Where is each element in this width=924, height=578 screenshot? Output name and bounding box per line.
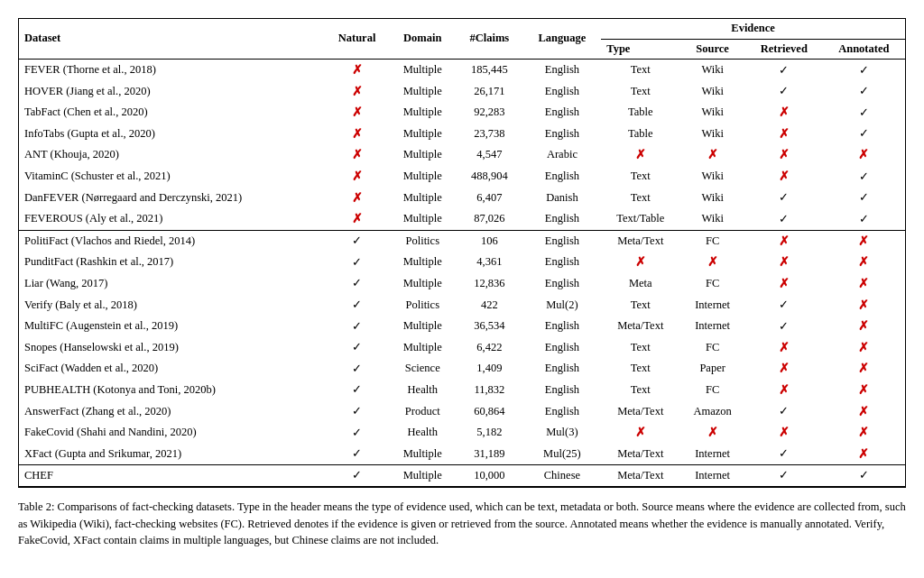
- cell-claims: 11,832: [456, 380, 523, 401]
- cell-retrieved: ✓: [745, 401, 823, 423]
- cell-domain: Politics: [389, 295, 456, 317]
- cell-natural: ✓: [325, 401, 390, 423]
- cell-natural: ✗: [325, 144, 390, 166]
- cell-domain: Multiple: [389, 81, 456, 103]
- cell-source: Wiki: [679, 81, 745, 103]
- cell-dataset: TabFact (Chen et al., 2020): [19, 102, 325, 124]
- cell-type: Meta/Text: [601, 316, 679, 337]
- cell-claims: 4,547: [456, 144, 523, 166]
- cell-type: Text: [601, 188, 679, 209]
- cell-dataset: VitaminC (Schuster et al., 2021): [19, 166, 325, 188]
- cell-source: Wiki: [679, 208, 745, 230]
- cell-natural: ✓: [325, 422, 390, 444]
- cell-type: Text: [601, 166, 679, 188]
- cell-language: English: [523, 102, 602, 124]
- cell-claims: 60,864: [456, 401, 523, 423]
- header-row-top: Dataset Natural Domain #Claims Language …: [19, 19, 905, 39]
- cell-type: Text: [601, 295, 679, 317]
- cell-retrieved: ✗: [745, 144, 823, 166]
- cell-natural: ✓: [325, 465, 390, 487]
- cell-language: Mul(2): [523, 295, 602, 317]
- cell-domain: Multiple: [389, 166, 456, 188]
- cell-type: Table: [601, 124, 679, 145]
- cell-retrieved: ✓: [745, 295, 823, 317]
- cell-source: ✗: [679, 144, 745, 166]
- cell-annotated: ✗: [823, 337, 905, 359]
- cell-retrieved: ✗: [745, 380, 823, 401]
- cell-claims: 26,171: [456, 81, 523, 103]
- table-row: TabFact (Chen et al., 2020)✗Multiple92,2…: [19, 102, 905, 124]
- table-row: SciFact (Wadden et al., 2020)✓Science1,4…: [19, 358, 905, 380]
- comparison-table: Dataset Natural Domain #Claims Language …: [19, 19, 905, 487]
- cell-annotated: ✗: [823, 295, 905, 317]
- cell-claims: 12,836: [456, 273, 523, 295]
- cell-language: Danish: [523, 188, 602, 209]
- cell-annotated: ✗: [823, 144, 905, 166]
- table-row: PUBHEALTH (Kotonya and Toni, 2020b)✓Heal…: [19, 380, 905, 401]
- cell-dataset: FEVER (Thorne et al., 2018): [19, 60, 325, 81]
- cell-retrieved: ✗: [745, 166, 823, 188]
- cell-natural: ✓: [325, 380, 390, 401]
- cell-natural: ✓: [325, 444, 390, 465]
- table-row: PolitiFact (Vlachos and Riedel, 2014)✓Po…: [19, 230, 905, 252]
- table-row: VitaminC (Schuster et al., 2021)✗Multipl…: [19, 166, 905, 188]
- cell-dataset: Verify (Baly et al., 2018): [19, 295, 325, 317]
- cell-dataset: InfoTabs (Gupta et al., 2020): [19, 124, 325, 145]
- cell-dataset: FEVEROUS (Aly et al., 2021): [19, 208, 325, 230]
- cell-claims: 488,904: [456, 166, 523, 188]
- cell-retrieved: ✗: [745, 422, 823, 444]
- cell-annotated: ✗: [823, 401, 905, 423]
- cell-language: English: [523, 358, 602, 380]
- cell-type: Meta/Text: [601, 465, 679, 487]
- cell-retrieved: ✗: [745, 252, 823, 273]
- cell-retrieved: ✓: [745, 316, 823, 337]
- cell-domain: Product: [389, 401, 456, 423]
- cell-dataset: MultiFC (Augenstein et al., 2019): [19, 316, 325, 337]
- cell-dataset: Snopes (Hanselowski et al., 2019): [19, 337, 325, 359]
- cell-dataset: PolitiFact (Vlachos and Riedel, 2014): [19, 230, 325, 252]
- cell-natural: ✗: [325, 81, 390, 103]
- main-table-container: Dataset Natural Domain #Claims Language …: [18, 18, 906, 488]
- cell-source: ✗: [679, 422, 745, 444]
- table-row: PunditFact (Rashkin et al., 2017)✓Multip…: [19, 252, 905, 273]
- cell-type: Text: [601, 60, 679, 81]
- cell-domain: Health: [389, 422, 456, 444]
- cell-claims: 10,000: [456, 465, 523, 487]
- cell-language: English: [523, 316, 602, 337]
- cell-retrieved: ✓: [745, 60, 823, 81]
- cell-annotated: ✓: [823, 124, 905, 145]
- table-row: Liar (Wang, 2017)✓Multiple12,836EnglishM…: [19, 273, 905, 295]
- cell-source: Wiki: [679, 124, 745, 145]
- cell-claims: 106: [456, 230, 523, 252]
- cell-dataset: CHEF: [19, 465, 325, 487]
- table-row: MultiFC (Augenstein et al., 2019)✓Multip…: [19, 316, 905, 337]
- cell-claims: 185,445: [456, 60, 523, 81]
- cell-natural: ✓: [325, 316, 390, 337]
- cell-source: FC: [679, 337, 745, 359]
- cell-language: English: [523, 60, 602, 81]
- cell-natural: ✓: [325, 273, 390, 295]
- cell-type: Text: [601, 81, 679, 103]
- table-row: HOVER (Jiang et al., 2020)✗Multiple26,17…: [19, 81, 905, 103]
- cell-domain: Multiple: [389, 60, 456, 81]
- cell-natural: ✗: [325, 102, 390, 124]
- cell-domain: Multiple: [389, 188, 456, 209]
- cell-annotated: ✗: [823, 252, 905, 273]
- cell-claims: 5,182: [456, 422, 523, 444]
- cell-domain: Multiple: [389, 124, 456, 145]
- table-body: FEVER (Thorne et al., 2018)✗Multiple185,…: [19, 60, 905, 487]
- cell-domain: Health: [389, 380, 456, 401]
- cell-type: Meta: [601, 273, 679, 295]
- cell-retrieved: ✓: [745, 465, 823, 487]
- cell-language: English: [523, 380, 602, 401]
- cell-source: Internet: [679, 316, 745, 337]
- cell-annotated: ✓: [823, 102, 905, 124]
- cell-claims: 87,026: [456, 208, 523, 230]
- cell-language: Arabic: [523, 144, 602, 166]
- cell-language: English: [523, 273, 602, 295]
- cell-source: FC: [679, 380, 745, 401]
- cell-dataset: PUBHEALTH (Kotonya and Toni, 2020b): [19, 380, 325, 401]
- cell-domain: Multiple: [389, 316, 456, 337]
- cell-dataset: DanFEVER (Nørregaard and Derczynski, 202…: [19, 188, 325, 209]
- cell-retrieved: ✓: [745, 444, 823, 465]
